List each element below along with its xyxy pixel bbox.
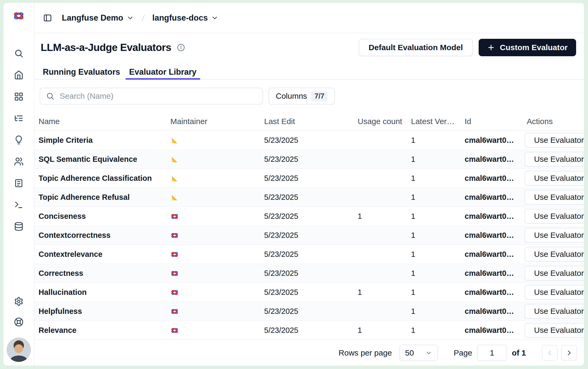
table-row[interactable]: Contextcorrectness 5/23/2025 1 cmal6wart… bbox=[34, 226, 584, 245]
table-row[interactable]: Simple Criteria 5/23/2025 1 cmal6wart010… bbox=[34, 131, 584, 150]
column-header-latest-version[interactable]: Latest Vers... bbox=[407, 112, 460, 131]
latest-version-value: 1 bbox=[407, 169, 460, 188]
columns-label: Columns bbox=[276, 92, 307, 101]
table-row[interactable]: SQL Semantic Equivalence 5/23/2025 1 cma… bbox=[34, 150, 584, 169]
column-header-maintainer[interactable]: Maintainer bbox=[166, 112, 260, 131]
table-row[interactable]: Contextrelevance 5/23/2025 1 cmal6wart00… bbox=[34, 245, 584, 264]
breadcrumb-slash-icon bbox=[139, 13, 148, 22]
columns-button[interactable]: Columns 7/7 bbox=[268, 88, 335, 105]
chevron-right-icon bbox=[565, 349, 573, 357]
sidebar-item-tracing[interactable] bbox=[14, 113, 24, 123]
gear-icon bbox=[14, 297, 24, 306]
evaluator-name: SQL Semantic Equivalence bbox=[34, 150, 166, 169]
table-row[interactable]: Conciseness 5/23/2025 1 1 cmal6wart010l.… bbox=[34, 207, 584, 226]
sidebar-item-users[interactable] bbox=[14, 157, 24, 167]
use-evaluator-button[interactable]: Use Evaluator bbox=[525, 247, 584, 262]
last-edit-value: 5/23/2025 bbox=[260, 207, 353, 226]
avatar[interactable] bbox=[7, 338, 31, 362]
usage-count-value bbox=[353, 226, 407, 245]
search-input[interactable] bbox=[60, 92, 257, 101]
last-edit-value: 5/23/2025 bbox=[260, 169, 353, 188]
evaluator-name: Helpfulness bbox=[34, 302, 166, 321]
custom-evaluator-button[interactable]: Custom Evaluator bbox=[479, 39, 576, 56]
sidebar-item-playground[interactable] bbox=[14, 200, 24, 210]
sidebar-toggle-button[interactable] bbox=[42, 13, 53, 23]
search-icon bbox=[14, 49, 24, 58]
usage-count-value bbox=[353, 245, 407, 264]
maintainer-langfuse-icon bbox=[170, 307, 179, 316]
column-header-usage-count[interactable]: Usage count bbox=[353, 112, 407, 131]
evaluator-id: cmal6wart010l... bbox=[460, 131, 522, 150]
evaluator-name: Contextrelevance bbox=[34, 245, 166, 264]
sidebar-item-datasets[interactable] bbox=[14, 178, 24, 188]
latest-version-value: 1 bbox=[407, 245, 460, 264]
evaluator-name: Correctness bbox=[34, 264, 166, 283]
evaluator-name: Simple Criteria bbox=[34, 131, 166, 150]
table-row[interactable]: Helpfulness 5/23/2025 1 cmal6wart004l...… bbox=[34, 302, 584, 321]
maintainer-cell bbox=[166, 245, 260, 264]
maintainer-langfuse-icon bbox=[170, 269, 179, 278]
previous-page-button[interactable] bbox=[542, 345, 558, 361]
sidebar-item-search[interactable] bbox=[14, 48, 24, 58]
columns-count-badge: 7/7 bbox=[311, 91, 328, 101]
sidebar-item-database[interactable] bbox=[14, 221, 24, 231]
table-row[interactable]: Topic Adherence Refusal 5/23/2025 1 cmal… bbox=[34, 188, 584, 207]
evaluator-id: cmal6wart010l... bbox=[460, 207, 522, 226]
usage-count-value bbox=[353, 150, 407, 169]
default-evaluation-model-button[interactable]: Default Evaluation Model bbox=[359, 39, 473, 56]
page-label: Page bbox=[454, 348, 472, 357]
use-evaluator-button[interactable]: Use Evaluator bbox=[525, 209, 584, 224]
usage-count-value bbox=[353, 302, 407, 321]
tab-running-evaluators[interactable]: Running Evaluators bbox=[41, 65, 122, 79]
evaluator-id: cmal6wart005l... bbox=[460, 321, 522, 340]
maintainer-cell bbox=[166, 226, 260, 245]
rows-per-page-select[interactable]: 50 bbox=[399, 345, 438, 361]
maintainer-cell bbox=[166, 302, 260, 321]
sidebar-item-settings[interactable] bbox=[14, 296, 24, 306]
use-evaluator-button[interactable]: Use Evaluator bbox=[525, 323, 584, 338]
column-header-last-edit[interactable]: Last Edit bbox=[260, 112, 353, 131]
tab-evaluator-library[interactable]: Evaluator Library bbox=[127, 65, 199, 79]
use-evaluator-button[interactable]: Use Evaluator bbox=[525, 266, 584, 281]
page-of-label: of 1 bbox=[512, 348, 526, 357]
chevron-down-icon bbox=[211, 14, 218, 22]
use-evaluator-button[interactable]: Use Evaluator bbox=[525, 228, 584, 243]
evaluator-name: Contextcorrectness bbox=[34, 226, 166, 245]
topbar: Langfuse Demo langfuse-docs bbox=[34, 3, 584, 33]
latest-version-value: 1 bbox=[407, 226, 460, 245]
maintainer-cell bbox=[166, 321, 260, 340]
project-selector[interactable]: langfuse-docs bbox=[152, 13, 218, 23]
evaluator-id: cmal6wart010l... bbox=[460, 188, 522, 207]
sidebar-item-support[interactable] bbox=[14, 317, 24, 327]
terminal-icon bbox=[14, 200, 24, 210]
maintainer-ragas-icon bbox=[170, 136, 179, 145]
use-evaluator-button[interactable]: Use Evaluator bbox=[525, 133, 584, 148]
sidebar-item-home[interactable] bbox=[14, 70, 24, 80]
table-row[interactable]: Relevance 5/23/2025 1 1 cmal6wart005l...… bbox=[34, 321, 584, 340]
use-evaluator-button[interactable]: Use Evaluator bbox=[525, 190, 584, 205]
page-number-input[interactable] bbox=[477, 345, 507, 361]
next-page-button[interactable] bbox=[561, 345, 577, 361]
table-row[interactable]: Topic Adherence Classification 5/23/2025… bbox=[34, 169, 584, 188]
use-evaluator-button[interactable]: Use Evaluator bbox=[525, 304, 584, 319]
evaluator-id: cmal6wart008l... bbox=[460, 245, 522, 264]
rows-per-page-label: Rows per page bbox=[339, 348, 392, 357]
project-name: langfuse-docs bbox=[152, 13, 208, 23]
langfuse-logo[interactable] bbox=[3, 10, 34, 22]
org-selector[interactable]: Langfuse Demo bbox=[62, 13, 134, 23]
use-evaluator-button[interactable]: Use Evaluator bbox=[525, 152, 584, 167]
table-row[interactable]: Hallucination 5/23/2025 1 1 cmal6wart004… bbox=[34, 283, 584, 302]
use-evaluator-button[interactable]: Use Evaluator bbox=[525, 285, 584, 300]
table-row[interactable]: Correctness 5/23/2025 1 cmal6wart007l...… bbox=[34, 264, 584, 283]
maintainer-cell bbox=[166, 131, 260, 150]
column-header-name[interactable]: Name bbox=[34, 112, 166, 131]
sidebar-item-dashboards[interactable] bbox=[14, 92, 24, 102]
info-icon[interactable] bbox=[177, 44, 185, 51]
sidebar-item-evaluation[interactable] bbox=[14, 135, 24, 145]
column-header-id[interactable]: Id bbox=[460, 112, 522, 131]
use-evaluator-button[interactable]: Use Evaluator bbox=[525, 171, 584, 186]
search-box bbox=[40, 88, 263, 105]
usage-count-value bbox=[353, 264, 407, 283]
evaluator-id: cmal6wart009l... bbox=[460, 226, 522, 245]
lightbulb-icon bbox=[14, 135, 24, 145]
